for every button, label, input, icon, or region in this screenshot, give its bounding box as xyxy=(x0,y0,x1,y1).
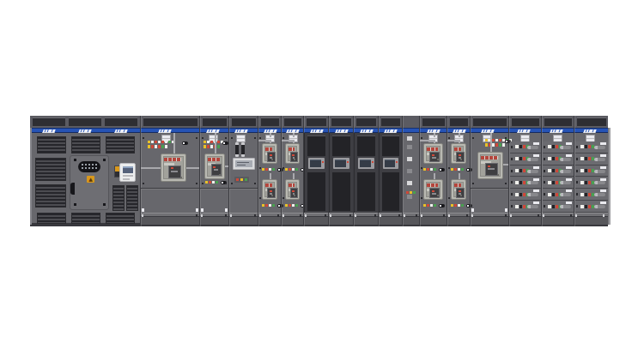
indicator-lamp xyxy=(515,193,519,196)
cable-connector xyxy=(78,161,100,172)
drawer-handle[interactable] xyxy=(594,193,605,196)
mcc-drawer[interactable] xyxy=(543,201,574,213)
drawer-handle[interactable] xyxy=(594,158,605,161)
drawer-handle[interactable] xyxy=(527,193,538,196)
mcc-drawer[interactable] xyxy=(510,165,541,178)
indicator-lamp xyxy=(515,181,519,184)
control-switch[interactable] xyxy=(182,141,188,145)
mcc-drawer[interactable] xyxy=(575,141,608,153)
drawer-handle[interactable] xyxy=(527,205,538,208)
acb-breaker-unit[interactable] xyxy=(262,143,277,164)
acb-breaker-unit[interactable] xyxy=(262,179,277,200)
acb-escutcheon xyxy=(168,165,181,178)
drive-lower-panel xyxy=(307,172,325,211)
indicator-lamp xyxy=(515,169,519,172)
drive-top-panel xyxy=(382,135,399,156)
terminal-block xyxy=(407,169,412,173)
acb-breaker-unit[interactable] xyxy=(451,179,466,200)
drawer-handle[interactable] xyxy=(527,181,538,184)
drawer-label xyxy=(600,154,606,157)
indicator-lamp xyxy=(454,168,457,171)
mcc-drawer[interactable] xyxy=(510,141,541,153)
acb-feeder-1-section xyxy=(199,116,228,226)
indicator-lamp xyxy=(548,181,551,184)
drawer-handle[interactable] xyxy=(527,158,538,161)
drawer-handle[interactable] xyxy=(594,205,605,208)
hmi-display[interactable] xyxy=(333,158,349,169)
power-meter[interactable] xyxy=(119,163,136,182)
indicator-lamp xyxy=(262,204,264,207)
drawer-handle[interactable] xyxy=(560,170,571,173)
indicator-lamp xyxy=(485,143,488,147)
hinge-dot xyxy=(74,159,76,161)
drawer-notch xyxy=(544,170,545,172)
acb-breaker-unit[interactable] xyxy=(161,153,186,182)
mcc-drawer[interactable] xyxy=(510,178,541,190)
drawer-handle[interactable] xyxy=(560,193,571,196)
control-switch[interactable] xyxy=(439,204,445,208)
indicator-lamp xyxy=(588,205,591,208)
drawer-notch xyxy=(544,193,545,196)
acb-breaker-unit[interactable] xyxy=(423,143,443,164)
mcc-drawer[interactable] xyxy=(510,201,541,213)
hinge-dot xyxy=(259,197,261,199)
indicator-lamp xyxy=(158,141,161,143)
acb-breaker-unit[interactable] xyxy=(285,179,300,200)
hmi-display[interactable] xyxy=(358,158,374,169)
mcc-drawer[interactable] xyxy=(575,165,608,178)
brand-wordmark-icon xyxy=(482,129,495,133)
roof-vent xyxy=(69,117,101,126)
drawer-handle[interactable] xyxy=(594,170,605,173)
mcc-drawer[interactable] xyxy=(575,201,608,213)
acb-breaker-unit[interactable] xyxy=(285,143,300,164)
drawer-handle[interactable] xyxy=(527,146,538,149)
acb-breaker-unit[interactable] xyxy=(477,152,503,179)
transformer-door[interactable]: ▲ xyxy=(70,155,109,210)
brand-wordmark-icon xyxy=(310,129,323,133)
switch-dot xyxy=(222,182,223,184)
brand-wordmark-icon xyxy=(427,129,440,133)
mimic-line xyxy=(270,173,271,179)
mcc-drawer[interactable] xyxy=(543,153,574,165)
drawer-notch xyxy=(576,146,578,148)
drawer-label xyxy=(533,154,539,157)
drawer-handle[interactable] xyxy=(594,146,605,149)
mcc-drawer[interactable] xyxy=(510,189,541,201)
control-switch[interactable] xyxy=(222,141,228,145)
hmi-display[interactable] xyxy=(308,158,325,169)
acb-breaker-unit[interactable] xyxy=(451,143,466,164)
mcc-drawer[interactable] xyxy=(575,153,608,165)
indicator-lamp xyxy=(458,168,460,171)
mcc-drawer[interactable] xyxy=(575,178,608,190)
mcc-drawer[interactable] xyxy=(543,178,574,190)
control-switch[interactable] xyxy=(439,168,445,172)
drawer-notch xyxy=(511,146,513,148)
mcc-column-2-section xyxy=(541,116,574,226)
drawer-handle[interactable] xyxy=(560,205,571,208)
drawer-handle[interactable] xyxy=(527,170,538,173)
mcc-drawer[interactable] xyxy=(543,165,574,178)
mcc-drawer[interactable] xyxy=(575,189,608,201)
drawer-handle[interactable] xyxy=(560,158,571,161)
acb-breaker-unit[interactable] xyxy=(204,153,225,179)
indicator-lamp xyxy=(168,141,171,143)
mcc-drawer[interactable] xyxy=(510,153,541,165)
acb-escutcheon xyxy=(485,163,498,176)
fuse-holder[interactable] xyxy=(241,142,245,157)
drawer-handle[interactable] xyxy=(560,146,571,149)
brand-wordmark-icon xyxy=(583,129,596,133)
acb-breaker-unit[interactable] xyxy=(423,179,443,200)
indicator-lamp xyxy=(285,204,288,207)
louver-vent-panel xyxy=(35,184,66,208)
status-led xyxy=(372,161,374,163)
hmi-display[interactable] xyxy=(383,158,398,169)
acb-screw xyxy=(263,147,277,148)
indicator-lamp xyxy=(158,145,161,148)
mcc-drawer[interactable] xyxy=(543,141,574,153)
door-handle[interactable] xyxy=(70,183,75,195)
metering-display[interactable] xyxy=(233,158,255,170)
drawer-handle[interactable] xyxy=(594,181,605,184)
drawer-handle[interactable] xyxy=(560,181,571,184)
fuse-holder[interactable] xyxy=(235,142,239,157)
mcc-drawer[interactable] xyxy=(543,189,574,201)
